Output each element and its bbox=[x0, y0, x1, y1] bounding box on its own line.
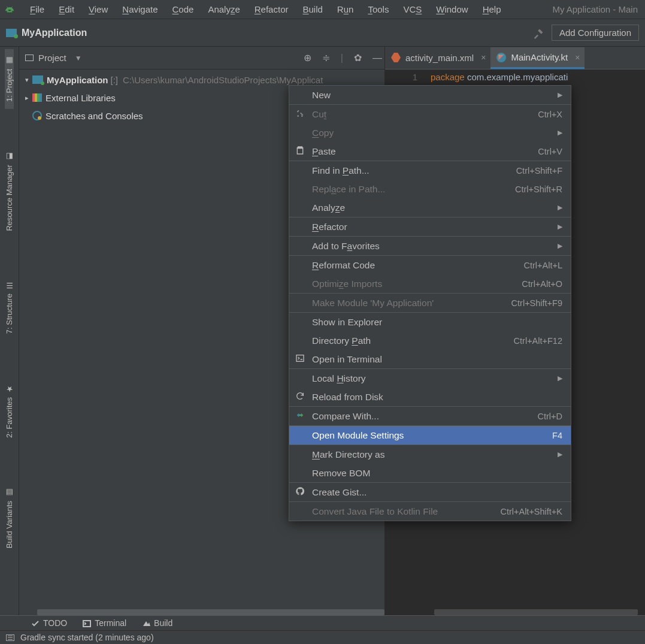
menu-item[interactable]: Tools bbox=[362, 3, 395, 16]
close-tab-icon[interactable]: × bbox=[575, 53, 580, 62]
context-menu-item[interactable]: Compare With...Ctrl+D bbox=[289, 407, 571, 425]
menu-item[interactable]: Code bbox=[166, 3, 200, 16]
breadcrumb-root[interactable]: MyApplication bbox=[22, 28, 87, 38]
project-view-label[interactable]: Project bbox=[38, 53, 66, 63]
status-bar: Gradle sync started (2 minutes ago) bbox=[0, 630, 645, 644]
context-menu-item: CutCtrl+X bbox=[289, 105, 571, 123]
hide-panel-icon[interactable]: — bbox=[373, 53, 382, 64]
menu-item[interactable]: Edit bbox=[53, 3, 80, 16]
paste-icon bbox=[295, 146, 306, 158]
context-menu-item[interactable]: Find in Path...Ctrl+Shift+F bbox=[289, 161, 571, 180]
external-libraries-icon bbox=[32, 93, 42, 102]
tool-window-button[interactable]: 1: Project ▦ bbox=[5, 49, 14, 109]
bottom-tool-button[interactable]: Terminal bbox=[83, 618, 126, 628]
context-menu-item[interactable]: Mark Directory as▶ bbox=[289, 445, 571, 464]
build-icon bbox=[142, 619, 150, 627]
terminal-icon bbox=[83, 619, 91, 627]
menu-item[interactable]: Help bbox=[477, 3, 507, 16]
todo-icon bbox=[31, 619, 40, 627]
menu-bar: FileEditViewNavigateCodeAnalyzeRefactorB… bbox=[0, 0, 645, 19]
window-title: My Application - Main bbox=[552, 4, 641, 14]
module-folder-icon bbox=[32, 75, 43, 84]
context-menu-item[interactable]: Local History▶ bbox=[289, 369, 571, 388]
bottom-tool-button[interactable]: Build bbox=[142, 618, 172, 628]
left-tool-stripe: 1: Project ▦Resource Manager ◧7: Structu… bbox=[0, 47, 19, 616]
dropdown-arrow-icon[interactable]: ▼ bbox=[75, 54, 82, 62]
menu-item[interactable]: Analyze bbox=[202, 3, 246, 16]
status-message: Gradle sync started (2 minutes ago) bbox=[20, 633, 154, 642]
context-menu-item[interactable]: Open in Terminal bbox=[289, 350, 571, 368]
status-panel-icon[interactable] bbox=[6, 634, 14, 641]
expand-arrow-icon[interactable] bbox=[23, 76, 31, 84]
expand-all-icon[interactable]: ≑ bbox=[322, 52, 330, 64]
select-opened-file-icon[interactable]: ⊕ bbox=[304, 52, 311, 64]
context-menu-item: Optimize ImportsCtrl+Alt+O bbox=[289, 274, 571, 293]
build-hammer-icon[interactable] bbox=[532, 26, 546, 40]
tool-window-button[interactable]: Resource Manager ◧ bbox=[5, 145, 14, 238]
context-menu-item[interactable]: Add to Favorites▶ bbox=[289, 237, 571, 255]
editor-tab[interactable]: MainActivity.kt× bbox=[490, 47, 585, 69]
bottom-tool-button[interactable]: TODO bbox=[31, 618, 67, 628]
project-view-icon bbox=[25, 55, 34, 61]
menu-item[interactable]: Run bbox=[331, 3, 360, 16]
context-menu: New▶CutCtrl+XCopy▶PasteCtrl+VFind in Pat… bbox=[289, 85, 571, 521]
editor-tabs: activity_main.xml×MainActivity.kt× bbox=[385, 47, 645, 69]
editor-tab[interactable]: activity_main.xml× bbox=[385, 47, 490, 69]
menu-item[interactable]: View bbox=[83, 3, 114, 16]
menu-item[interactable]: File bbox=[24, 3, 50, 16]
run-configuration-select[interactable]: Add Configuration bbox=[552, 25, 639, 41]
context-menu-item[interactable]: Reload from Disk bbox=[289, 388, 571, 406]
android-logo-icon bbox=[4, 4, 16, 16]
bottom-tool-stripe: TODOTerminalBuild bbox=[0, 615, 645, 630]
cut-icon bbox=[295, 108, 306, 120]
tool-window-button[interactable]: 2: Favorites ★ bbox=[5, 377, 14, 445]
nav-toolbar: MyApplication Add Configuration bbox=[0, 19, 645, 47]
context-menu-item[interactable]: New▶ bbox=[289, 86, 571, 104]
project-tool-header: Project ▼ ⊕ ≑ | ✿ — bbox=[19, 47, 384, 69]
svg-rect-1 bbox=[83, 621, 90, 627]
context-menu-item[interactable]: Analyze▶ bbox=[289, 198, 571, 217]
context-menu-item: Convert Java File to Kotlin FileCtrl+Alt… bbox=[289, 502, 571, 521]
svg-rect-0 bbox=[296, 355, 304, 361]
scratches-icon bbox=[32, 111, 42, 120]
menu-item[interactable]: Window bbox=[430, 3, 474, 16]
compare-icon bbox=[295, 410, 306, 422]
settings-gear-icon[interactable]: ✿ bbox=[354, 52, 362, 64]
context-menu-item: Make Module 'My Application'Ctrl+Shift+F… bbox=[289, 294, 571, 312]
file-type-icon bbox=[496, 53, 506, 62]
menu-item[interactable]: VCS bbox=[397, 3, 428, 16]
expand-arrow-icon[interactable] bbox=[23, 94, 31, 102]
context-menu-item: Replace in Path...Ctrl+Shift+R bbox=[289, 180, 571, 198]
context-menu-item[interactable]: Remove BOM bbox=[289, 464, 571, 482]
menu-item[interactable]: Navigate bbox=[116, 3, 163, 16]
context-menu-item[interactable]: Reformat CodeCtrl+Alt+L bbox=[289, 256, 571, 274]
menu-item[interactable]: Refactor bbox=[249, 3, 295, 16]
menu-item[interactable]: Build bbox=[296, 3, 328, 16]
reload-icon bbox=[295, 391, 306, 403]
context-menu-item[interactable]: Show in Explorer bbox=[289, 313, 571, 331]
tool-window-button[interactable]: 7: Structure ☰ bbox=[5, 274, 14, 341]
context-menu-item[interactable]: PasteCtrl+V bbox=[289, 142, 571, 161]
terminal-icon bbox=[295, 353, 306, 365]
context-menu-item[interactable]: Directory PathCtrl+Alt+F12 bbox=[289, 331, 571, 350]
context-menu-item[interactable]: Open Module SettingsF4 bbox=[289, 426, 571, 445]
tool-window-button[interactable]: Build Variants ▤ bbox=[5, 481, 14, 555]
project-folder-icon bbox=[6, 29, 17, 37]
file-type-icon bbox=[391, 53, 401, 62]
github-icon bbox=[295, 486, 306, 498]
context-menu-item[interactable]: Refactor▶ bbox=[289, 217, 571, 236]
context-menu-item: Copy▶ bbox=[289, 123, 571, 142]
close-tab-icon[interactable]: × bbox=[481, 53, 486, 62]
context-menu-item[interactable]: Create Gist... bbox=[289, 483, 571, 501]
